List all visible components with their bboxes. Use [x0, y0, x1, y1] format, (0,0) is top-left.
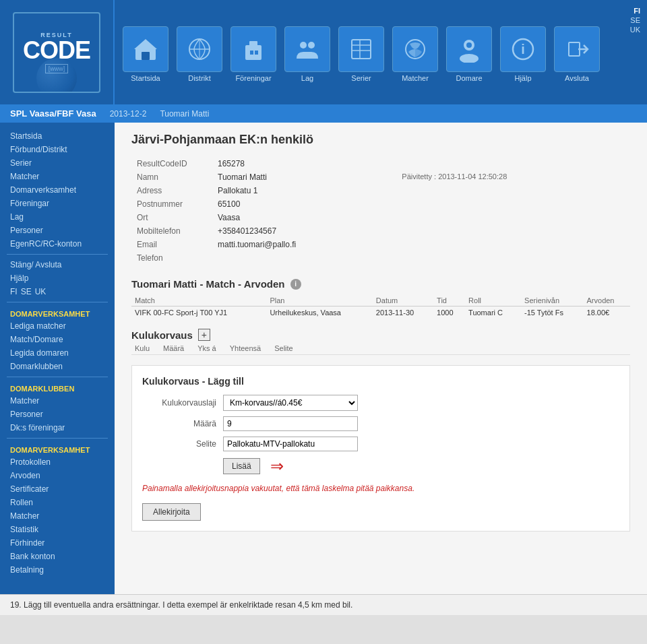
- nav-hjalp[interactable]: i Hjälp: [499, 26, 547, 82]
- col-datum: Datum: [373, 295, 433, 307]
- nav-hjalp-icon-box: i: [500, 26, 546, 72]
- sidebar-item-lag[interactable]: Lag: [0, 210, 115, 224]
- selite-input[interactable]: [223, 437, 358, 451]
- kulukorvauslaji-label: Kulukorvauslaji: [142, 398, 216, 408]
- address-label: Adress: [131, 184, 212, 197]
- nav-avsluta-icon-box: [554, 26, 600, 72]
- kulukorvauslaji-select[interactable]: Km-korvaus//á0.45€ Muut kulut: [223, 395, 358, 411]
- arrow-right-icon: ⇒: [270, 457, 284, 476]
- sidebar-item-egenrc[interactable]: EgenRC/RC-konton: [0, 237, 115, 251]
- logo-globe: [36, 58, 77, 93]
- kulu-header: Kulukorvaus +: [131, 329, 630, 341]
- sidebar-item-legida[interactable]: Legida domaren: [0, 346, 115, 360]
- nav-startsida[interactable]: Startsida: [121, 26, 170, 82]
- sidebar-item-forbund[interactable]: Förbund/Distrikt: [0, 143, 115, 156]
- col-plan: Plan: [266, 295, 372, 307]
- id-label: ResultCodeID: [131, 157, 212, 170]
- form-row-selite: Selite: [142, 437, 619, 451]
- sidebar-item-foreningar[interactable]: Föreningar: [0, 197, 115, 210]
- sidebar-item-bank-konton[interactable]: Bank konton: [0, 550, 115, 563]
- sidebar-item-rollen[interactable]: Rollen: [0, 496, 115, 509]
- nav-foreningar-icon-box: [230, 26, 276, 72]
- sidebar-item-serier[interactable]: Serier: [0, 156, 115, 170]
- city-label: Ort: [131, 211, 212, 224]
- match-table-body: VIFK 00-FC Sport-j T00 YJ1 Urheilukeskus…: [131, 307, 630, 319]
- sidebar-item-lediga[interactable]: Lediga matcher: [0, 319, 115, 333]
- sidebar-item-domarverksamhet[interactable]: Domarverksamhet: [0, 183, 115, 197]
- nav-distrikt[interactable]: Distrikt: [175, 26, 224, 82]
- svg-point-10: [300, 42, 307, 49]
- col-arvoden: Arvoden: [584, 295, 630, 307]
- table-row: VIFK 00-FC Sport-j T00 YJ1 Urheilukeskus…: [131, 307, 630, 319]
- kulu-title: Kulukorvaus: [131, 329, 193, 341]
- sidebar-item-betalning[interactable]: Betalning: [0, 563, 115, 577]
- sidebar-item-dk-personer[interactable]: Personer: [0, 408, 115, 421]
- svg-rect-7: [249, 41, 257, 46]
- page-title: Järvi-Pohjanmaan EK:n henkilö: [131, 133, 630, 147]
- sidebar-item-matchdomare[interactable]: Match/Domare: [0, 333, 115, 346]
- info-row-email: Email matti.tuomari@pallo.fi: [131, 238, 630, 251]
- sidebar-item-protokollen[interactable]: Protokollen: [0, 455, 115, 469]
- sidebar-item-dk-foreningar[interactable]: Dk:s föreningar: [0, 421, 115, 434]
- nav-avsluta[interactable]: Avsluta: [553, 26, 601, 82]
- nav-matcher-label: Matcher: [402, 74, 429, 82]
- sidebar-item-hjalp[interactable]: Hjälp: [0, 271, 115, 285]
- sidebar-item-dk-matcher[interactable]: Matcher: [0, 394, 115, 408]
- info-row-phone: Telefon: [131, 251, 630, 265]
- sidebar-item-statistik[interactable]: Statistik: [0, 523, 115, 536]
- nav-serier[interactable]: Serier: [337, 26, 386, 82]
- sidebar-item-startsida[interactable]: Startsida: [0, 129, 115, 143]
- postnumber-label: Postnummer: [131, 197, 212, 211]
- sidebar-divider-3: [7, 377, 108, 377]
- nav-lag[interactable]: Lag: [283, 26, 332, 82]
- maara-input[interactable]: [223, 416, 358, 431]
- sidebar-item-forhinder[interactable]: Förhinder: [0, 536, 115, 550]
- sidebar-item-domarklubben-link[interactable]: Domarklubben: [0, 360, 115, 373]
- sidebar-item-stang[interactable]: Stäng/ Avsluta: [0, 258, 115, 271]
- lag-icon: [294, 36, 321, 63]
- domare-icon: [456, 36, 483, 63]
- kulu-col-maara: Määrä: [163, 344, 184, 352]
- info-row-postnumber: Postnummer 65100: [131, 197, 630, 211]
- sidebar-lang-se[interactable]: SE: [21, 287, 32, 296]
- nav-foreningar[interactable]: Föreningar: [229, 26, 278, 82]
- lang-se[interactable]: SE: [630, 16, 640, 24]
- sidebar-item-personer[interactable]: Personer: [0, 224, 115, 237]
- selite-label: Selite: [142, 439, 216, 449]
- svg-rect-22: [569, 42, 580, 56]
- row-match: VIFK 00-FC Sport-j T00 YJ1: [131, 307, 266, 319]
- updated-info: Päivitetty : 2013-11-04 12:50:28: [381, 170, 630, 184]
- match-header-row: Match Plan Datum Tid Roll Serienivån Arv…: [131, 295, 630, 307]
- match-title-text: Tuomari Matti - Match - Arvoden: [131, 278, 285, 290]
- nav-domare[interactable]: Domare: [445, 26, 493, 82]
- allekirjoita-button[interactable]: Allekirjoita: [142, 503, 201, 521]
- info-row-id: ResultCodeID 165278: [131, 157, 630, 170]
- sidebar-item-arvoden[interactable]: Arvoden: [0, 469, 115, 482]
- email-value: matti.tuomari@pallo.fi: [212, 238, 381, 251]
- sidebar-item-sertificater[interactable]: Sertificater: [0, 482, 115, 496]
- distrikt-icon: [186, 36, 213, 63]
- lisaa-button[interactable]: Lisää: [223, 458, 260, 474]
- svg-rect-9: [255, 51, 258, 55]
- sidebar-lang-uk[interactable]: UK: [35, 287, 47, 296]
- avsluta-icon: [563, 36, 590, 63]
- kulu-plus-button[interactable]: +: [198, 329, 210, 341]
- sidebar-divider-4: [7, 438, 108, 439]
- nav-domare-icon-box: [446, 26, 492, 72]
- form-title: Kulukorvaus - Lägg till: [142, 376, 619, 387]
- sidebar-lang-fi[interactable]: FI: [10, 287, 18, 296]
- row-roll: Tuomari C: [465, 307, 521, 319]
- nav-matcher[interactable]: Matcher: [391, 26, 439, 82]
- sidebar-item-matcher[interactable]: Matcher: [0, 170, 115, 183]
- lang-fi[interactable]: FI: [634, 7, 640, 15]
- updated-label: Päivitetty :: [402, 172, 436, 181]
- match-info-icon[interactable]: i: [290, 279, 301, 290]
- hjalp-icon: i: [510, 36, 536, 63]
- lang-uk[interactable]: UK: [630, 26, 640, 34]
- svg-rect-8: [250, 51, 253, 55]
- kulu-col-selite: Selite: [274, 344, 293, 352]
- sidebar-item-matcher2[interactable]: Matcher: [0, 509, 115, 523]
- person-info-table: ResultCodeID 165278 Namn Tuomari Matti P…: [131, 157, 630, 265]
- svg-text:i: i: [521, 42, 525, 57]
- caption-number: 19.: [10, 600, 22, 610]
